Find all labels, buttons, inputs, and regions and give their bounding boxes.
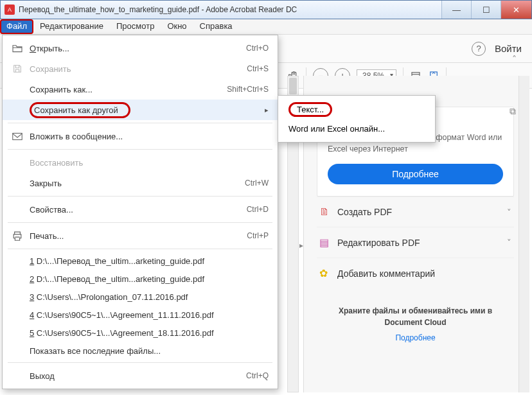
props-shortcut: Ctrl+D [247,205,269,214]
app-icon: A [4,4,15,15]
printer-icon [9,231,26,241]
props-label: Свойства... [26,205,247,215]
menu-close-doc[interactable]: Закрыть Ctrl+W [3,173,278,193]
close-shortcut: Ctrl+W [245,179,269,188]
create-pdf-icon: 🗎 [319,206,337,218]
help-icon[interactable]: ? [472,42,486,56]
close-label: Закрыть [26,179,245,188]
close-button[interactable]: ✕ [501,1,531,19]
menu-exit[interactable]: Выход Ctrl+Q [3,365,278,386]
cloud-promo: Храните файлы и обменивайтесь ими в Docu… [317,305,514,344]
signin-button[interactable]: Войти [495,43,522,54]
submenu-text[interactable]: Текст... [278,100,435,119]
save-as-other-label: Сохранить как другой [30,102,130,118]
recent-file-2[interactable]: 2 D:\...\Перевод_the_ultim...arketing_gu… [3,270,278,288]
menu-save-as[interactable]: Сохранить как... Shift+Ctrl+S [3,79,278,100]
attach-label: Вложить в сообщение... [26,132,269,141]
recent-file-5[interactable]: 5 C:\Users\90C5~1\...\Agreement_18.11.20… [3,324,278,342]
chevron-down-icon: ˅ [507,238,511,247]
exit-shortcut: Ctrl+Q [246,371,269,380]
show-all-recent[interactable]: Показать все последние файлы... [3,342,278,360]
submenu-word-excel[interactable]: Word или Excel онлайн... [278,119,435,138]
action-create-pdf[interactable]: 🗎 Создать PDF ˅ [317,197,514,227]
recent-file-3[interactable]: 3 C:\Users\...\Prolongation_07.11.2016.p… [3,288,278,306]
folder-open-icon [9,44,26,53]
submenu-office-label: Word или Excel онлайн... [288,124,385,134]
menu-properties[interactable]: Свойства... Ctrl+D [3,199,278,220]
print-label: Печать... [26,231,247,241]
menu-open[interactable]: Открыть... Ctrl+O [3,38,278,58]
menu-save-as-other[interactable]: Сохранить как другой ▸ [3,100,278,120]
save-as-other-submenu: Текст... Word или Excel онлайн... [278,95,436,143]
menu-view[interactable]: Просмотр [110,19,161,34]
file-menu-dropdown: Открыть... Ctrl+O Сохранить Ctrl+S Сохра… [2,35,278,389]
window-titlebar: A Перевод_the_ultimate_how_to_marketing_… [0,0,532,19]
comment-icon: ✿ [319,267,337,279]
menu-print[interactable]: Печать... Ctrl+P [3,225,278,246]
panel-scrollbar[interactable] [519,76,529,392]
collapse-panel-icon[interactable]: ˄ [512,54,517,64]
promo-learn-more-button[interactable]: Подробнее [328,164,503,184]
submenu-text-label: Текст... [288,102,332,117]
edit-pdf-icon: ▤ [319,236,337,249]
menu-help[interactable]: Справка [193,19,239,34]
duplicate-icon[interactable]: ⧉ [510,106,516,117]
save-as-label: Сохранить как... [26,85,227,94]
menu-attach-email[interactable]: Вложить в сообщение... [3,126,278,146]
save-as-shortcut: Shift+Ctrl+S [227,85,269,94]
chevron-down-icon: ˅ [507,207,511,217]
minimize-button[interactable]: — [441,1,471,19]
exit-label: Выход [26,371,246,381]
window-buttons: — ☐ ✕ [441,1,531,19]
save-shortcut: Ctrl+S [247,64,269,73]
revert-label: Восстановить [26,158,269,168]
action-add-comment[interactable]: ✿ Добавить комментарий [317,258,514,288]
window-title: Перевод_the_ultimate_how_to_marketing_gu… [19,5,441,14]
open-shortcut: Ctrl+O [246,44,269,53]
recent-file-1[interactable]: 1 D:\...\Перевод_the_ultim...arketing_gu… [3,252,278,270]
save-label: Сохранить [26,64,247,74]
cloud-learn-more-link[interactable]: Подробнее [317,332,514,344]
menu-edit[interactable]: Редактирование [33,19,110,34]
panel-collapse-handle[interactable]: ▸ [297,231,306,259]
maximize-button[interactable]: ☐ [471,1,501,19]
menu-revert: Восстановить [3,152,278,173]
open-label: ткрыть... [36,44,69,53]
submenu-arrow-icon: ▸ [265,106,269,114]
print-shortcut: Ctrl+P [247,231,269,240]
menu-window[interactable]: Окно [161,19,193,34]
menu-save: Сохранить Ctrl+S [3,58,278,79]
recent-file-4[interactable]: 4 C:\Users\90C5~1\...\Agreement_11.11.20… [3,306,278,324]
save-icon [9,64,26,74]
svg-rect-2 [13,133,22,139]
menu-file[interactable]: Файл [0,19,33,34]
envelope-icon [9,132,26,141]
menubar: Файл Редактирование Просмотр Окно Справк… [0,19,532,35]
action-edit-pdf[interactable]: ▤ Редактировать PDF ˅ [317,227,514,258]
